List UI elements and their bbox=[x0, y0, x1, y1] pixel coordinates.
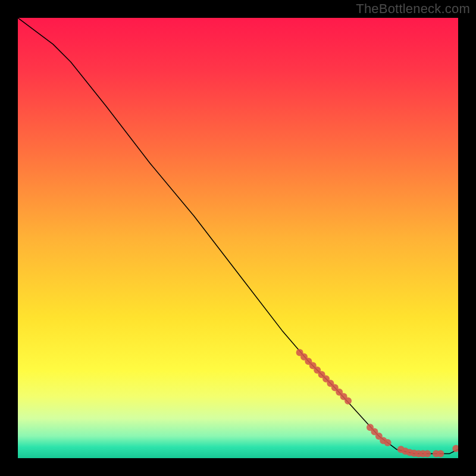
chart-frame: TheBottleneck.com bbox=[0, 0, 476, 476]
highlight-point bbox=[437, 450, 444, 458]
highlight-point bbox=[384, 439, 392, 446]
gradient-background bbox=[18, 18, 458, 458]
chart-svg bbox=[18, 18, 458, 458]
plot-area bbox=[18, 18, 458, 458]
watermark-text: TheBottleneck.com bbox=[356, 1, 470, 17]
highlight-point bbox=[424, 450, 431, 458]
highlight-point bbox=[345, 397, 352, 405]
